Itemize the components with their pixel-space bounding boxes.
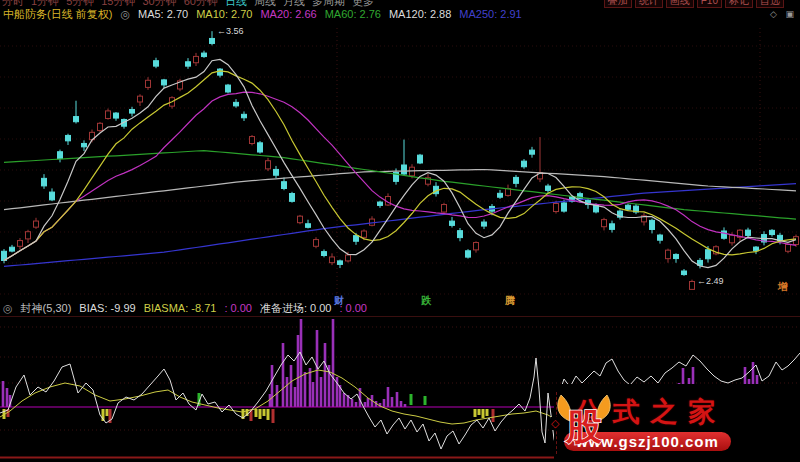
- logo-divider: ◇: [556, 392, 558, 454]
- low-price-annotation: ←2.49: [697, 276, 724, 286]
- window-control-icons[interactable]: ◇ ▣: [770, 9, 797, 19]
- title-token-6: MA120: 2.88: [389, 8, 451, 20]
- menu-item-60分钟[interactable]: 60分钟: [184, 0, 218, 7]
- toolbar-button-统计[interactable]: 统计: [635, 0, 663, 8]
- stock-title-row: 中船防务(日线 前复权)◎MA5: 2.70MA10: 2.70MA20: 2.…: [3, 7, 530, 22]
- signal-marker-glyph: 跌: [421, 296, 431, 306]
- main-gridlines: [0, 28, 800, 300]
- menu-item-更多[interactable]: 更多: [352, 0, 374, 7]
- candles-layer: [2, 31, 799, 289]
- indicator-token-3: BIASMA: -8.71: [144, 302, 217, 314]
- menu-item-5分钟[interactable]: 5分钟: [66, 0, 94, 7]
- watermark-logo: 股 ◇ 公式之家 www.gszj100.com: [554, 384, 800, 462]
- menu-item-月线[interactable]: 月线: [283, 0, 305, 7]
- stock-app-window: 分时1分钟5分钟15分钟30分钟60分钟日线周线月线多周期更多 叠加统计画线F1…: [0, 0, 800, 462]
- toolbar-button-F10[interactable]: F10: [697, 0, 722, 8]
- main-candlestick-chart[interactable]: ←3.56←2.49: [0, 22, 800, 302]
- indicator-token-1: 封神(5,30): [21, 302, 72, 314]
- toolbar-buttons: 叠加统计画线F10标记自选: [601, 0, 784, 8]
- diamond-icon: ◇: [551, 417, 559, 430]
- indicator-token-0: ◎: [3, 302, 13, 314]
- toolbar-button-叠加[interactable]: 叠加: [604, 0, 632, 8]
- signal-marker-glyph: 财: [334, 296, 344, 306]
- menu-item-1分钟[interactable]: 1分钟: [31, 0, 59, 7]
- toolbar-button-标记[interactable]: 标记: [725, 0, 753, 8]
- title-token-3: MA10: 2.70: [196, 8, 252, 20]
- menu-item-日线[interactable]: 日线: [225, 0, 247, 7]
- toolbar-button-自选[interactable]: 自选: [756, 0, 784, 8]
- title-token-4: MA20: 2.66: [260, 8, 316, 20]
- signal-marker-glyph: 腾: [505, 296, 515, 306]
- title-token-1: ◎: [120, 8, 130, 20]
- menu-item-30分钟[interactable]: 30分钟: [143, 0, 177, 7]
- ma-lines-layer: [4, 60, 796, 268]
- toolbar-button-画线[interactable]: 画线: [666, 0, 694, 8]
- title-token-0: 中船防务(日线 前复权): [3, 8, 112, 20]
- menu-item-多周期[interactable]: 多周期: [312, 0, 345, 7]
- high-price-annotation: ←3.56: [217, 26, 244, 36]
- signal-marker-glyph: 增: [778, 282, 788, 292]
- title-token-2: MA5: 2.70: [138, 8, 188, 20]
- entry-signal-bars: [3, 393, 495, 423]
- indicator-token-2: BIAS: -9.99: [79, 302, 135, 314]
- title-token-5: MA60: 2.76: [325, 8, 381, 20]
- bull-stock-icon: 股: [554, 392, 614, 454]
- menu-item-15分钟[interactable]: 15分钟: [101, 0, 135, 7]
- svg-text:股: 股: [565, 405, 602, 447]
- indicator-token-4: : 0.00: [224, 302, 252, 314]
- title-token-7: MA250: 2.91: [459, 8, 521, 20]
- menu-item-周线[interactable]: 周线: [254, 0, 276, 7]
- indicator-token-5: 准备进场: 0.00: [260, 302, 332, 314]
- indicator-title-row: ◎封神(5,30)BIAS: -9.99BIASMA: -8.71: 0.00准…: [3, 301, 375, 316]
- menu-item-分时[interactable]: 分时: [2, 0, 24, 7]
